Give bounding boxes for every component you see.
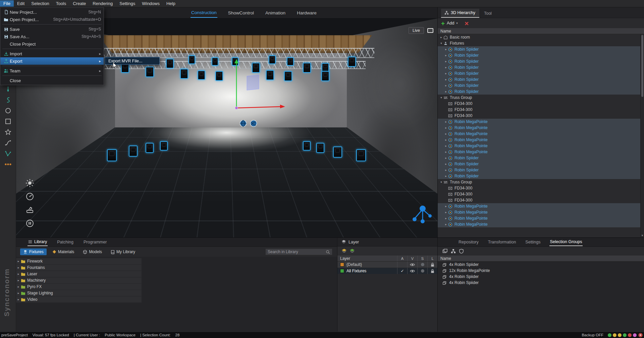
collapsed-arrow-icon[interactable]: ▸ <box>16 298 21 301</box>
layer-row-all-fixtures[interactable]: All Fixtures✓ <box>337 268 437 274</box>
polyline-tool-icon[interactable] <box>4 150 12 157</box>
tab-tool[interactable]: Tool <box>481 9 496 18</box>
truss-fixture[interactable] <box>180 69 188 79</box>
tab-hardware[interactable]: Hardware <box>296 9 317 17</box>
transform-gizmo[interactable] <box>231 57 289 116</box>
hierarchy-row-fixtures[interactable]: ▾Fixtures <box>438 40 640 46</box>
tab-construction[interactable]: Construction <box>191 8 217 18</box>
hierarchy-row-robin-spiider[interactable]: ▸Robin Spiider <box>438 161 640 167</box>
tab-showcontrol[interactable]: ShowControl <box>227 9 255 17</box>
collapsed-arrow-icon[interactable]: ▸ <box>444 162 448 166</box>
hierarchy-row-robin-megapointe[interactable]: ▸Robin MegaPointe <box>438 149 640 155</box>
hierarchy-row-robin-spiider[interactable]: ▸Robin Spiider <box>438 64 640 70</box>
filter-fixtures[interactable]: Fixtures <box>20 248 47 255</box>
solo-toggle[interactable] <box>417 262 427 268</box>
visibility-toggle[interactable] <box>407 268 417 274</box>
menu-edit[interactable]: Edit <box>14 0 28 7</box>
fullscreen-icon[interactable] <box>427 28 433 33</box>
selection-group-12x-robin-megapointe[interactable]: 12x Robin MegaPointe <box>438 268 644 274</box>
collapsed-arrow-icon[interactable]: ▸ <box>444 126 448 129</box>
active-toggle[interactable] <box>397 262 407 268</box>
floor-fixture[interactable] <box>129 146 138 157</box>
hierarchy-row-robin-spiider[interactable]: ▸Robin Spiider <box>438 82 640 89</box>
scrollbar-thumb[interactable] <box>641 35 643 97</box>
machinery-icon[interactable] <box>25 206 34 214</box>
hierarchy-row-fd34-300[interactable]: FD34-300 <box>438 191 640 197</box>
layer-settings-icon[interactable] <box>350 248 355 253</box>
expanded-arrow-icon[interactable]: ▾ <box>439 96 443 99</box>
floor-fixture[interactable] <box>107 149 117 161</box>
hierarchy-row-fd34-300[interactable]: FD34-300 <box>438 113 640 119</box>
hierarchy-row-fd34-300[interactable]: FD34-300 <box>438 185 640 191</box>
menu-tools[interactable]: Tools <box>53 0 69 7</box>
hierarchy-row-fd34-300[interactable]: FD34-300 <box>438 197 640 203</box>
network-nodes-icon[interactable] <box>411 205 433 225</box>
globe-icon[interactable] <box>239 120 247 127</box>
collapsed-arrow-icon[interactable]: ▸ <box>444 223 448 226</box>
menu-windows[interactable]: Windows <box>139 0 163 7</box>
menu-rendering[interactable]: Rendering <box>89 0 116 7</box>
collapsed-arrow-icon[interactable]: ▸ <box>16 266 21 269</box>
folder-stage-lighting[interactable]: ▸Stage Lighting <box>16 290 142 296</box>
hierarchy-scrollbar[interactable]: ▼ <box>640 34 644 237</box>
menu-item-team[interactable]: Team▸ <box>0 67 104 74</box>
menu-item-close[interactable]: Close <box>0 77 104 84</box>
tab-transformation[interactable]: Transformation <box>487 238 517 246</box>
collapsed-arrow-icon[interactable]: ▸ <box>444 90 448 93</box>
floor-fixture[interactable] <box>316 143 324 153</box>
collapsed-arrow-icon[interactable]: ▸ <box>16 279 21 282</box>
menu-settings[interactable]: Settings <box>116 0 139 7</box>
folder-machinery[interactable]: ▸Machinery <box>16 277 142 283</box>
menu-item-new-project[interactable]: New Project...Strg+N <box>0 8 104 16</box>
lock-toggle[interactable] <box>427 262 437 268</box>
selection-group-4x-robin-spiider[interactable]: 4x Robin Spiider <box>438 280 644 286</box>
rectangle-tool-icon[interactable] <box>4 118 12 125</box>
tab-repository[interactable]: Repository <box>458 238 479 246</box>
group-hierarchy-icon[interactable] <box>451 249 456 253</box>
hierarchy-row-robin-megapointe[interactable]: ▸Robin MegaPointe <box>438 143 640 149</box>
floor-fixture[interactable] <box>303 141 311 151</box>
collapsed-arrow-icon[interactable]: ▸ <box>444 54 448 57</box>
spline-s-tool-icon[interactable] <box>4 96 12 104</box>
add-button[interactable]: Add <box>447 21 454 25</box>
filter-models[interactable]: Models <box>80 248 105 255</box>
filter-my-library[interactable]: My Library <box>108 248 138 255</box>
filter-materials[interactable]: Materials <box>49 248 77 255</box>
collapsed-arrow-icon[interactable]: ▸ <box>16 260 21 263</box>
floor-fixture[interactable] <box>160 141 168 151</box>
active-toggle[interactable]: ✓ <box>397 268 407 274</box>
tab-programmer[interactable]: Programmer <box>83 238 107 246</box>
selection-group-4x-robin-spiider[interactable]: 4x Robin Spiider <box>438 274 644 280</box>
star-tool-icon[interactable] <box>4 128 12 136</box>
curve-tool-icon[interactable] <box>4 139 12 147</box>
layer-color-swatch[interactable] <box>340 263 344 267</box>
collapsed-arrow-icon[interactable]: ▸ <box>16 291 21 295</box>
hierarchy-row-robin-spiider[interactable]: ▸Robin Spiider <box>438 52 640 58</box>
truss-fixture[interactable] <box>146 67 154 77</box>
add-dropdown-caret-icon[interactable]: ▾ <box>456 21 458 25</box>
collapsed-arrow-icon[interactable]: ▸ <box>444 48 448 51</box>
collapsed-arrow-icon[interactable]: ▸ <box>444 144 448 148</box>
tab-animation[interactable]: Animation <box>265 9 286 17</box>
collapsed-arrow-icon[interactable]: ▸ <box>444 72 448 75</box>
truss-fixture[interactable] <box>348 57 356 67</box>
led-matrix-tool-icon[interactable] <box>4 161 12 168</box>
hierarchy-row-fd34-300[interactable]: FD34-300 <box>438 101 640 107</box>
folder-pyro-fx[interactable]: ▸Pyro FX <box>16 284 142 290</box>
fps-gauge-icon[interactable] <box>25 192 34 201</box>
delete-button[interactable]: × <box>465 20 469 27</box>
menu-item-save[interactable]: SaveStrg+S <box>0 25 104 33</box>
hierarchy-row-basic-room[interactable]: ▸Basic room <box>438 34 640 40</box>
collapsed-arrow-icon[interactable]: ▸ <box>444 174 448 178</box>
collapsed-arrow-icon[interactable]: ▸ <box>444 217 448 220</box>
circle-tool-icon[interactable] <box>4 107 12 114</box>
truss-fixture[interactable] <box>321 71 329 81</box>
visibility-toggle[interactable] <box>407 262 417 268</box>
hierarchy-row-robin-spiider[interactable]: ▸Robin Spiider <box>438 89 640 95</box>
group-shield-icon[interactable] <box>459 249 464 253</box>
collapsed-arrow-icon[interactable]: ▸ <box>16 285 21 288</box>
truss-fixture[interactable] <box>212 57 218 66</box>
hierarchy-row-truss-group[interactable]: ▾Truss Group <box>438 95 640 101</box>
collapsed-arrow-icon[interactable]: ▸ <box>444 150 448 154</box>
collapsed-arrow-icon[interactable]: ▸ <box>444 132 448 135</box>
